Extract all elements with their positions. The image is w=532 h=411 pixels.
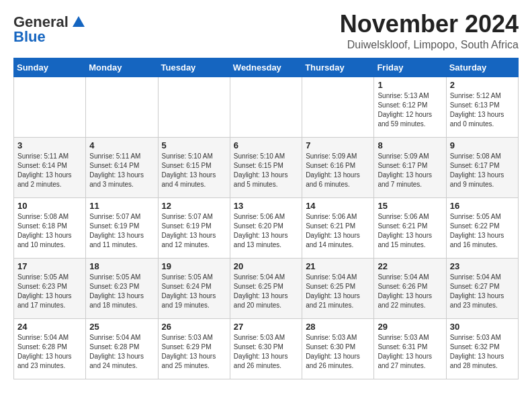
day-number: 18 <box>89 261 154 271</box>
day-info: Sunrise: 5:05 AM Sunset: 6:23 PM Dayligh… <box>17 273 82 310</box>
calendar-cell: 17Sunrise: 5:05 AM Sunset: 6:23 PM Dayli… <box>14 258 86 318</box>
calendar-cell: 25Sunrise: 5:04 AM Sunset: 6:28 PM Dayli… <box>86 318 158 379</box>
day-info: Sunrise: 5:05 AM Sunset: 6:24 PM Dayligh… <box>162 273 226 310</box>
calendar-cell: 22Sunrise: 5:04 AM Sunset: 6:26 PM Dayli… <box>374 258 446 318</box>
calendar-cell: 4Sunrise: 5:11 AM Sunset: 6:14 PM Daylig… <box>86 137 158 197</box>
day-info: Sunrise: 5:10 AM Sunset: 6:15 PM Dayligh… <box>162 152 226 189</box>
day-info: Sunrise: 5:11 AM Sunset: 6:14 PM Dayligh… <box>17 152 82 189</box>
page-header: General Blue November 2024 Duiwelskloof,… <box>13 11 519 51</box>
day-number: 7 <box>306 140 370 150</box>
calendar-header: SundayMondayTuesdayWednesdayThursdayFrid… <box>14 58 519 77</box>
day-number: 24 <box>17 322 82 332</box>
calendar-cell: 1Sunrise: 5:13 AM Sunset: 6:12 PM Daylig… <box>374 77 446 137</box>
day-number: 19 <box>162 261 226 271</box>
calendar-cell: 27Sunrise: 5:03 AM Sunset: 6:30 PM Dayli… <box>230 318 302 379</box>
calendar-body: 1Sunrise: 5:13 AM Sunset: 6:12 PM Daylig… <box>14 77 519 379</box>
day-info: Sunrise: 5:08 AM Sunset: 6:18 PM Dayligh… <box>17 212 82 250</box>
calendar-cell: 20Sunrise: 5:04 AM Sunset: 6:25 PM Dayli… <box>230 258 302 318</box>
calendar-cell: 10Sunrise: 5:08 AM Sunset: 6:18 PM Dayli… <box>14 197 86 258</box>
day-info: Sunrise: 5:04 AM Sunset: 6:25 PM Dayligh… <box>234 273 298 310</box>
calendar-cell: 23Sunrise: 5:04 AM Sunset: 6:27 PM Dayli… <box>446 258 518 318</box>
day-number: 8 <box>378 140 442 150</box>
header-day-monday: Monday <box>86 58 158 77</box>
day-info: Sunrise: 5:04 AM Sunset: 6:28 PM Dayligh… <box>17 333 82 371</box>
day-number: 28 <box>306 322 370 332</box>
calendar-cell: 15Sunrise: 5:06 AM Sunset: 6:21 PM Dayli… <box>374 197 446 258</box>
day-number: 5 <box>162 140 226 150</box>
day-number: 30 <box>450 322 515 332</box>
header-day-friday: Friday <box>374 58 446 77</box>
calendar-cell: 26Sunrise: 5:03 AM Sunset: 6:29 PM Dayli… <box>158 318 230 379</box>
day-number: 16 <box>450 201 515 211</box>
calendar-cell: 3Sunrise: 5:11 AM Sunset: 6:14 PM Daylig… <box>14 137 86 197</box>
calendar-cell: 24Sunrise: 5:04 AM Sunset: 6:28 PM Dayli… <box>14 318 86 379</box>
day-info: Sunrise: 5:06 AM Sunset: 6:21 PM Dayligh… <box>378 212 442 250</box>
day-info: Sunrise: 5:03 AM Sunset: 6:30 PM Dayligh… <box>234 333 298 371</box>
header-day-wednesday: Wednesday <box>230 58 302 77</box>
day-info: Sunrise: 5:13 AM Sunset: 6:12 PM Dayligh… <box>378 91 442 129</box>
calendar-week-row: 3Sunrise: 5:11 AM Sunset: 6:14 PM Daylig… <box>14 137 519 197</box>
calendar-cell: 30Sunrise: 5:03 AM Sunset: 6:32 PM Dayli… <box>446 318 518 379</box>
calendar-cell: 8Sunrise: 5:09 AM Sunset: 6:17 PM Daylig… <box>374 137 446 197</box>
calendar-cell: 11Sunrise: 5:07 AM Sunset: 6:19 PM Dayli… <box>86 197 158 258</box>
logo-icon <box>71 15 86 30</box>
day-number: 10 <box>17 201 82 211</box>
svg-marker-0 <box>73 16 85 27</box>
day-number: 1 <box>378 80 442 90</box>
day-info: Sunrise: 5:03 AM Sunset: 6:32 PM Dayligh… <box>450 333 515 371</box>
calendar-cell: 19Sunrise: 5:05 AM Sunset: 6:24 PM Dayli… <box>158 258 230 318</box>
calendar-cell: 29Sunrise: 5:03 AM Sunset: 6:31 PM Dayli… <box>374 318 446 379</box>
day-number: 27 <box>234 322 298 332</box>
calendar-week-row: 1Sunrise: 5:13 AM Sunset: 6:12 PM Daylig… <box>14 77 519 137</box>
calendar-week-row: 17Sunrise: 5:05 AM Sunset: 6:23 PM Dayli… <box>14 258 519 318</box>
day-info: Sunrise: 5:09 AM Sunset: 6:16 PM Dayligh… <box>306 152 370 189</box>
header-day-saturday: Saturday <box>446 58 518 77</box>
day-number: 17 <box>17 261 82 271</box>
logo: General Blue <box>13 13 86 46</box>
day-number: 3 <box>17 140 82 150</box>
title-section: November 2024 Duiwelskloof, Limpopo, Sou… <box>340 11 519 51</box>
calendar-cell: 12Sunrise: 5:07 AM Sunset: 6:19 PM Dayli… <box>158 197 230 258</box>
calendar-week-row: 24Sunrise: 5:04 AM Sunset: 6:28 PM Dayli… <box>14 318 519 379</box>
logo-blue-text: Blue <box>13 28 46 46</box>
calendar-cell <box>158 77 230 137</box>
month-title: November 2024 <box>340 11 519 38</box>
day-info: Sunrise: 5:06 AM Sunset: 6:21 PM Dayligh… <box>306 212 370 250</box>
calendar-cell: 13Sunrise: 5:06 AM Sunset: 6:20 PM Dayli… <box>230 197 302 258</box>
location-subtitle: Duiwelskloof, Limpopo, South Africa <box>340 39 519 51</box>
calendar-table: SundayMondayTuesdayWednesdayThursdayFrid… <box>13 58 519 379</box>
day-info: Sunrise: 5:11 AM Sunset: 6:14 PM Dayligh… <box>89 152 154 189</box>
day-info: Sunrise: 5:04 AM Sunset: 6:27 PM Dayligh… <box>450 273 515 310</box>
day-number: 25 <box>89 322 154 332</box>
day-info: Sunrise: 5:03 AM Sunset: 6:30 PM Dayligh… <box>306 333 370 371</box>
calendar-cell <box>230 77 302 137</box>
day-number: 20 <box>234 261 298 271</box>
day-number: 13 <box>234 201 298 211</box>
day-info: Sunrise: 5:07 AM Sunset: 6:19 PM Dayligh… <box>162 212 226 250</box>
day-info: Sunrise: 5:03 AM Sunset: 6:31 PM Dayligh… <box>378 333 442 371</box>
day-info: Sunrise: 5:03 AM Sunset: 6:29 PM Dayligh… <box>162 333 226 371</box>
calendar-cell <box>14 77 86 137</box>
day-number: 15 <box>378 201 442 211</box>
day-info: Sunrise: 5:12 AM Sunset: 6:13 PM Dayligh… <box>450 91 515 129</box>
header-day-thursday: Thursday <box>302 58 374 77</box>
day-number: 2 <box>450 80 515 90</box>
calendar-cell: 5Sunrise: 5:10 AM Sunset: 6:15 PM Daylig… <box>158 137 230 197</box>
day-info: Sunrise: 5:07 AM Sunset: 6:19 PM Dayligh… <box>89 212 154 250</box>
header-day-tuesday: Tuesday <box>158 58 230 77</box>
day-number: 12 <box>162 201 226 211</box>
day-info: Sunrise: 5:04 AM Sunset: 6:26 PM Dayligh… <box>378 273 442 310</box>
day-info: Sunrise: 5:05 AM Sunset: 6:23 PM Dayligh… <box>89 273 154 310</box>
day-info: Sunrise: 5:04 AM Sunset: 6:25 PM Dayligh… <box>306 273 370 310</box>
day-number: 21 <box>306 261 370 271</box>
calendar-cell: 21Sunrise: 5:04 AM Sunset: 6:25 PM Dayli… <box>302 258 374 318</box>
day-number: 29 <box>378 322 442 332</box>
calendar-week-row: 10Sunrise: 5:08 AM Sunset: 6:18 PM Dayli… <box>14 197 519 258</box>
day-number: 22 <box>378 261 442 271</box>
calendar-cell: 7Sunrise: 5:09 AM Sunset: 6:16 PM Daylig… <box>302 137 374 197</box>
calendar-cell: 18Sunrise: 5:05 AM Sunset: 6:23 PM Dayli… <box>86 258 158 318</box>
calendar-cell <box>86 77 158 137</box>
day-info: Sunrise: 5:10 AM Sunset: 6:15 PM Dayligh… <box>234 152 298 189</box>
calendar-cell: 28Sunrise: 5:03 AM Sunset: 6:30 PM Dayli… <box>302 318 374 379</box>
day-info: Sunrise: 5:08 AM Sunset: 6:17 PM Dayligh… <box>450 152 515 189</box>
